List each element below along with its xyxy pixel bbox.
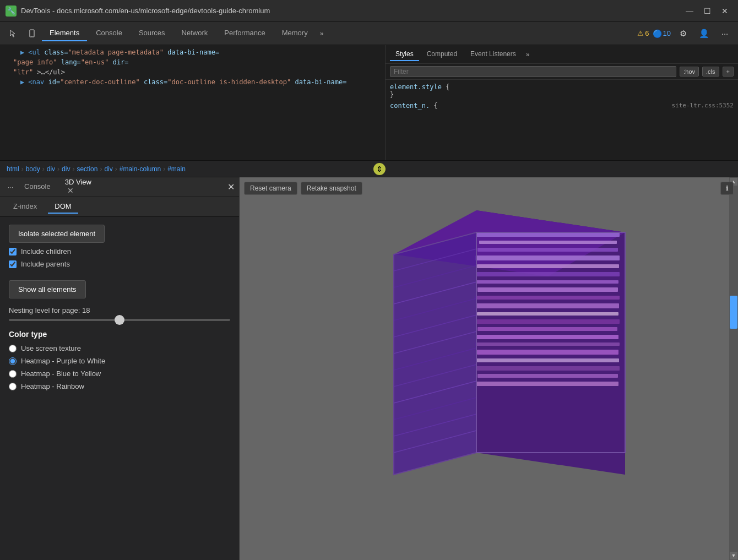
main-toolbar: Elements Console Sources Network Perform… [0, 22, 738, 45]
scroll-down-button[interactable]: ▼ [729, 551, 738, 560]
dom-attr-name: class= [44, 48, 68, 56]
3d-bar-16 [477, 350, 618, 355]
info-icon: 🔵 [653, 29, 662, 38]
overflow-menu-button[interactable]: ··· [716, 25, 734, 42]
settings-button[interactable]: ⚙ [674, 25, 692, 42]
pointer-tool-button[interactable] [4, 25, 22, 42]
include-parents-checkbox[interactable] [9, 260, 17, 268]
3d-bar-4 [475, 255, 620, 260]
css-source: site-ltr.css:5352 [671, 102, 734, 109]
dom-attr-val5: "center-doc-outline" [60, 78, 140, 86]
cls-filter-button[interactable]: .cls [702, 67, 719, 77]
dom-tag2: ▶ <nav [20, 78, 48, 86]
heatmap-blue-radio[interactable] [9, 370, 17, 378]
nesting-slider-container [9, 319, 230, 321]
scroll-thumb[interactable] [730, 296, 737, 329]
tab-styles[interactable]: Styles [390, 48, 419, 61]
3d-bar-3 [477, 248, 618, 252]
breadcrumb-main-column[interactable]: #main-column [117, 165, 163, 173]
include-parents-row: Include parents [9, 260, 230, 268]
titlebar: 🔧 DevTools - docs.microsoft.com/en-us/mi… [0, 0, 738, 22]
view3d-tab-dom[interactable]: DOM [48, 200, 78, 214]
bottom-pane: ··· Console 3D View ✕ ✕ Z-index DOM Isol… [0, 177, 738, 560]
3d-layer-group [394, 210, 625, 475]
tab-computed[interactable]: Computed [421, 48, 463, 61]
breadcrumb-main[interactable]: #main [165, 165, 188, 173]
tab-console[interactable]: Console [88, 25, 130, 41]
include-children-checkbox[interactable] [9, 248, 17, 255]
app-icon: 🔧 [6, 6, 17, 17]
heatmap-purple-radio[interactable] [9, 357, 17, 365]
reset-camera-button[interactable]: Reset camera [244, 182, 297, 195]
minimize-button[interactable]: — [682, 3, 697, 19]
dom-attr-val4: "ltr" [13, 68, 33, 76]
window-controls: — ☐ ✕ [682, 3, 732, 19]
breadcrumb-div1[interactable]: div [59, 165, 72, 173]
radio-heatmap-rainbow: Heatmap - Rainbow [9, 382, 230, 390]
pointer-icon [9, 29, 18, 38]
close-bottom-pane-button[interactable]: ✕ [227, 182, 235, 192]
subtab-console[interactable]: Console [18, 180, 57, 194]
tab-network[interactable]: Network [174, 25, 216, 41]
heatmap-rainbow-radio[interactable] [9, 383, 17, 390]
radio-screen-texture: Use screen texture [9, 344, 230, 352]
styles-filter-input[interactable] [390, 66, 676, 77]
retake-snapshot-button[interactable]: Retake snapshot [301, 182, 362, 195]
close-button[interactable]: ✕ [717, 3, 732, 19]
include-children-label[interactable]: Include children [21, 247, 71, 255]
view3d-tab-zindex[interactable]: Z-index [7, 200, 44, 214]
close-3dview-button[interactable]: ✕ [65, 186, 76, 195]
heatmap-blue-label[interactable]: Heatmap - Blue to Yellow [21, 369, 101, 378]
breadcrumb-html[interactable]: html [4, 165, 21, 173]
dom-line: ▶ <ul class="metadata page-metadata" dat… [0, 47, 385, 57]
breadcrumb-body[interactable]: body [24, 165, 42, 173]
section-gap-1 [9, 273, 230, 280]
viewport-info-button[interactable]: ℹ [720, 182, 734, 195]
dom-attr-name3: lang= [61, 58, 81, 66]
toolbar-more-tabs[interactable]: » [317, 30, 327, 37]
breadcrumb-div2[interactable]: div [102, 165, 115, 173]
tab-sources[interactable]: Sources [131, 25, 173, 41]
viewport-controls: Reset camera Retake snapshot [244, 182, 362, 195]
3d-bar-2 [479, 241, 617, 244]
subtab-more-icon[interactable]: ··· [4, 183, 17, 191]
tab-event-listeners[interactable]: Event Listeners [465, 48, 522, 61]
screen-texture-radio[interactable] [9, 345, 17, 352]
subtab-bar: ··· Console 3D View ✕ ✕ [0, 177, 239, 197]
heatmap-rainbow-label[interactable]: Heatmap - Rainbow [21, 382, 84, 390]
isolate-selected-button[interactable]: Isolate selected element [9, 225, 105, 243]
section-gap-2 [9, 298, 230, 306]
warning-badge[interactable]: ⚠ 6 [637, 29, 649, 37]
radio-heatmap-blue: Heatmap - Blue to Yellow [9, 369, 230, 378]
styles-more-tabs[interactable]: » [524, 51, 532, 58]
add-style-button[interactable]: + [723, 67, 734, 77]
resize-handle[interactable]: ⇕ [373, 163, 386, 175]
dom-line2: "page info" lang="en-us" dir= [0, 57, 385, 67]
viewport-scrollbar[interactable]: ▲ ▼ [729, 177, 738, 560]
tab-memory[interactable]: Memory [274, 25, 316, 41]
nesting-level-slider[interactable] [9, 319, 230, 321]
hov-filter-button[interactable]: :hov [680, 67, 699, 77]
3d-bar-20 [476, 382, 618, 386]
breadcrumb-div0[interactable]: div [45, 165, 57, 173]
show-all-elements-button[interactable]: Show all elements [9, 280, 86, 298]
tab-elements[interactable]: Elements [42, 25, 87, 41]
mobile-emulation-button[interactable] [23, 25, 41, 42]
maximize-button[interactable]: ☐ [699, 3, 715, 19]
scroll-track[interactable] [729, 186, 738, 551]
app-icon-text: 🔧 [7, 7, 15, 15]
user-button[interactable]: 👤 [695, 25, 713, 42]
elements-panel[interactable]: ▶ <ul class="metadata page-metadata" dat… [0, 45, 386, 160]
subtab-3dview-label[interactable]: 3D View [65, 178, 91, 186]
3d-view-sidebar: ··· Console 3D View ✕ ✕ Z-index DOM Isol… [0, 177, 240, 560]
tab-performance[interactable]: Performance [216, 25, 273, 41]
include-parents-label[interactable]: Include parents [21, 260, 70, 268]
heatmap-purple-label[interactable]: Heatmap - Purple to White [21, 357, 105, 365]
dom-attr-val6: "doc-outline is-hidden-desktop" [167, 78, 291, 86]
breadcrumb-section[interactable]: section [74, 165, 100, 173]
3d-viewport[interactable]: Reset camera Retake snapshot ℹ [240, 177, 738, 560]
3d-bar-5 [477, 264, 619, 268]
info-badge[interactable]: 🔵 10 [653, 29, 671, 38]
breadcrumb: html › body › div › div › section › div … [0, 165, 386, 173]
screen-texture-label[interactable]: Use screen texture [21, 344, 81, 352]
